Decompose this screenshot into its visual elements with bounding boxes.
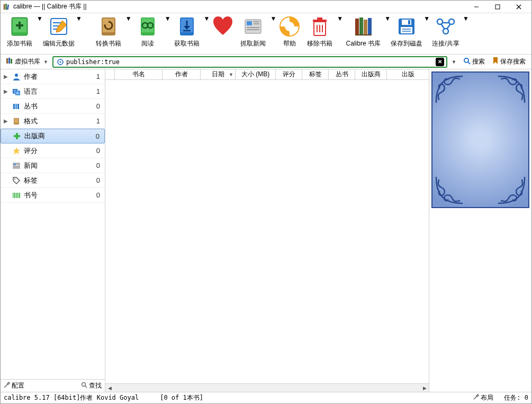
svg-rect-36 [313, 20, 327, 22]
category-rating[interactable]: 评分 0 [1, 143, 105, 158]
category-languages[interactable]: ▶ 文A 语言 1 [1, 84, 105, 99]
search-button-label: 搜索 [472, 57, 485, 66]
col-series[interactable]: 丛书 [329, 69, 355, 79]
edit-metadata-button[interactable]: 编辑元数据 [43, 15, 75, 48]
col-publisher[interactable]: 出版商 [355, 69, 387, 79]
news-icon [12, 161, 21, 170]
category-publisher[interactable]: 出版商 0 [1, 129, 105, 143]
svg-rect-37 [317, 17, 322, 20]
col-author[interactable]: 作者 [163, 69, 201, 79]
add-books-dropdown[interactable]: ▼ [37, 15, 43, 22]
donate-button[interactable] [210, 15, 236, 39]
library-icon [351, 15, 375, 38]
book-count-text: [0 of 1本书] [160, 393, 203, 402]
svg-rect-28 [247, 21, 252, 25]
convert-books-dropdown[interactable]: ▼ [125, 15, 132, 22]
save-to-disk-button[interactable]: 保存到磁盘 [391, 15, 422, 48]
category-identifiers[interactable]: 书号 0 [1, 188, 105, 203]
language-icon: 文A [12, 87, 21, 96]
save-search-button[interactable]: 保存搜索 [490, 56, 528, 67]
series-icon [12, 102, 21, 111]
clear-search-button[interactable]: ✕ [436, 58, 444, 66]
svg-rect-76 [17, 104, 19, 109]
svg-rect-87 [13, 193, 13, 198]
svg-rect-43 [364, 20, 367, 34]
convert-books-button[interactable]: 转换书籍 [93, 15, 124, 48]
jobs-text[interactable]: 任务: 0 [504, 393, 528, 402]
col-tags[interactable]: 标签 [302, 69, 329, 79]
expand-icon: ▶ [4, 118, 9, 124]
col-title[interactable]: 书名 [115, 69, 163, 79]
edit-metadata-dropdown[interactable]: ▼ [76, 15, 82, 22]
gear-icon[interactable] [56, 58, 65, 66]
layout-button[interactable]: 布局 [473, 393, 493, 402]
get-books-button[interactable]: 获取书籍 [171, 15, 203, 48]
help-icon [278, 15, 301, 38]
svg-text:A: A [16, 91, 19, 95]
calibre-library-button[interactable]: Calibre 书库 [343, 15, 383, 48]
view-button[interactable]: 阅读 [132, 15, 164, 48]
titlebar: calibre — || Calibre 书库 || [1, 1, 531, 13]
books-icon [6, 57, 13, 66]
scroll-right-icon[interactable]: ▶ [420, 384, 429, 392]
main-toolbar: 添加书籍 ▼ 编辑元数据 ▼ 转换书籍 ▼ [1, 13, 531, 55]
add-books-icon [8, 15, 31, 38]
connect-share-dropdown[interactable]: ▼ [463, 15, 469, 22]
do-search-button[interactable]: 搜索 [461, 56, 488, 67]
search-icon [81, 382, 87, 390]
view-dropdown[interactable]: ▼ [165, 15, 171, 22]
scroll-left-icon[interactable]: ◀ [105, 384, 114, 392]
content-area: 书名 作者 日期▼ 大小 (MB) 评分 标签 丛书 出版商 出版 ◀ ▶ [105, 69, 531, 392]
book-cover[interactable] [431, 71, 529, 208]
save-to-disk-dropdown[interactable]: ▼ [423, 15, 430, 22]
svg-line-94 [85, 386, 87, 388]
virtual-library-button[interactable]: 虚拟书库 ▼ [4, 56, 50, 67]
category-tags[interactable]: 标签 0 [1, 173, 105, 188]
category-news[interactable]: 新闻 0 [1, 158, 105, 173]
version-text: calibre 5.17 [64bit]作者 Kovid Goyal [4, 393, 139, 402]
col-index[interactable] [105, 69, 115, 79]
save-to-disk-icon [395, 15, 418, 38]
category-formats[interactable]: ▶ 格式 1 [1, 114, 105, 129]
get-books-dropdown[interactable]: ▼ [204, 15, 210, 22]
expand-icon: ▶ [4, 74, 9, 79]
connect-share-button[interactable]: 连接/共享 [430, 15, 462, 48]
remove-books-button[interactable]: 移除书籍 [304, 15, 336, 48]
col-size[interactable]: 大小 (MB) [236, 69, 276, 79]
fetch-news-icon [241, 15, 265, 38]
col-date[interactable]: 日期▼ [201, 69, 236, 79]
horizontal-scrollbar[interactable]: ◀ ▶ [105, 383, 429, 392]
maximize-button[interactable] [487, 1, 508, 13]
close-button[interactable] [508, 1, 529, 13]
calibre-library-dropdown[interactable]: ▼ [384, 15, 391, 22]
remove-books-dropdown[interactable]: ▼ [337, 15, 343, 22]
add-books-button[interactable]: 添加书籍 [4, 15, 35, 48]
fetch-news-dropdown[interactable]: ▼ [270, 15, 276, 22]
help-button[interactable]: 帮助 [276, 15, 303, 48]
col-pubdate[interactable]: 出版 [387, 69, 429, 79]
svg-point-67 [464, 58, 468, 62]
search-history-dropdown[interactable]: ▼ [449, 59, 458, 65]
scroll-track[interactable] [114, 384, 420, 392]
wrench-icon [4, 382, 10, 390]
svg-rect-59 [8, 58, 10, 64]
category-series[interactable]: 丛书 0 [1, 99, 105, 114]
category-authors[interactable]: ▶ 作者 1 [1, 69, 105, 84]
search-box: ✕ [52, 56, 447, 68]
chevron-down-icon: ▼ [43, 59, 48, 65]
book-list-body[interactable] [105, 80, 429, 383]
fetch-news-button[interactable]: 抓取新闻 [237, 15, 269, 48]
tag-browser: ▶ 作者 1 ▶ 文A 语言 1 丛书 0 ▶ [1, 69, 105, 392]
search-input[interactable] [66, 58, 436, 66]
book-list: 书名 作者 日期▼ 大小 (MB) 评分 标签 丛书 出版商 出版 ◀ ▶ [105, 69, 429, 392]
svg-rect-2 [7, 4, 9, 10]
minimize-button[interactable] [466, 1, 487, 13]
svg-rect-58 [6, 58, 8, 64]
heart-icon [211, 15, 235, 38]
col-rating[interactable]: 评分 [276, 69, 302, 79]
find-button[interactable]: 查找 [81, 381, 102, 390]
configure-button[interactable]: 配置 [4, 381, 24, 390]
svg-rect-88 [14, 193, 15, 198]
category-list: ▶ 作者 1 ▶ 文A 语言 1 丛书 0 ▶ [1, 69, 105, 379]
main-area: ▶ 作者 1 ▶ 文A 语言 1 丛书 0 ▶ [1, 69, 531, 392]
